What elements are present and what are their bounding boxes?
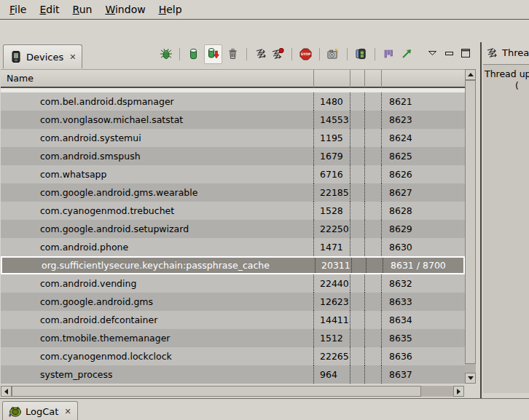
tab-devices-label: Devices [26, 52, 63, 63]
menu-run[interactable]: Run [66, 1, 99, 17]
device-row[interactable]: com.android.defcontainer 14411 8634 [1, 311, 465, 329]
view-menu-icon[interactable] [427, 48, 438, 58]
process-name: com.android.systemui [1, 129, 313, 147]
device-row[interactable]: com.android.phone 1471 8630 [1, 238, 465, 256]
empty-cell [364, 147, 381, 165]
toolbar-separator [375, 48, 375, 60]
ddms-window: File Edit Run Window Help Devices ✕ [0, 0, 529, 420]
update-heap-icon[interactable] [187, 48, 200, 60]
screen-capture-icon[interactable] [327, 48, 340, 60]
device-row[interactable]: com.bel.android.dspmanager 1480 8621 [1, 92, 465, 111]
vertical-scrollbar[interactable] [465, 69, 476, 384]
empty-cell [350, 202, 364, 220]
process-name: com.android.vending [1, 274, 313, 293]
device-row[interactable]: com.cyanogenmod.lockclock 22265 8636 [1, 347, 465, 365]
process-debug-port: 8630 [381, 238, 465, 256]
main-toolbar-empty [0, 20, 529, 41]
process-name: com.vonglasow.michael.satstat [1, 111, 313, 129]
device-row[interactable]: com.cyanogenmod.trebuchet 1528 8628 [1, 202, 465, 220]
device-row[interactable]: com.google.android.setupwizard 22250 862… [1, 220, 465, 238]
capture-device-view-icon[interactable] [355, 48, 367, 60]
close-icon[interactable]: ✕ [63, 407, 71, 416]
table-header: Name [1, 69, 465, 88]
devices-view: Devices ✕ [0, 42, 479, 398]
empty-cell [350, 311, 364, 329]
dump-hprof-button[interactable] [204, 44, 222, 64]
column-header-name[interactable]: Name [7, 73, 34, 84]
empty-cell [364, 329, 381, 347]
empty-cell [364, 311, 381, 329]
process-pid: 1471 [313, 238, 350, 256]
scroll-right-button[interactable] [453, 386, 464, 397]
menu-file[interactable]: File [3, 1, 33, 17]
systrace-icon[interactable] [383, 48, 395, 60]
dump-hprof-icon [207, 47, 219, 59]
column-divider[interactable] [350, 70, 350, 87]
process-debug-port: 8637 [381, 365, 465, 384]
process-debug-port: 8636 [381, 347, 465, 365]
maximize-icon[interactable] [460, 48, 471, 58]
tab-logcat[interactable]: LogCat ✕ [2, 401, 78, 420]
phone-icon [9, 51, 22, 63]
arrow-down-icon [468, 376, 474, 380]
tab-devices[interactable]: Devices ✕ [3, 44, 82, 68]
empty-cell [350, 129, 364, 147]
device-row[interactable]: com.android.smspush 1679 8625 [1, 147, 465, 165]
menu-window[interactable]: Window [98, 1, 152, 17]
debug-process-icon[interactable] [160, 48, 172, 60]
device-row[interactable]: com.tmobile.thememanager 1512 8635 [1, 329, 465, 347]
toolbar-separator [246, 48, 247, 60]
logcat-icon [9, 405, 21, 418]
device-row[interactable]: com.whatsapp 6716 8626 [1, 165, 465, 183]
empty-cell [350, 347, 364, 365]
tab-logcat-label: LogCat [26, 406, 58, 417]
update-threads-icon[interactable] [254, 48, 267, 60]
empty-cell [350, 111, 364, 129]
devices-tabbar: Devices ✕ [0, 42, 479, 68]
process-debug-port: 8626 [381, 165, 465, 183]
column-divider[interactable] [364, 70, 365, 87]
split-sash[interactable] [480, 42, 482, 398]
column-divider[interactable] [313, 70, 314, 87]
close-icon[interactable]: ✕ [68, 52, 76, 62]
stop-process-icon[interactable]: STOP [299, 48, 312, 60]
threads-panel: Thread up ( [483, 64, 529, 393]
scroll-left-button[interactable] [1, 386, 12, 397]
process-debug-port: 8625 [381, 147, 465, 165]
empty-cell [364, 183, 381, 202]
menu-help[interactable]: Help [152, 1, 189, 17]
device-row[interactable]: com.android.vending 22440 8632 [1, 274, 465, 293]
device-row[interactable]: org.sufficientlysecure.keychain:passphra… [1, 256, 465, 274]
process-debug-port: 8621 [381, 92, 465, 111]
scroll-down-button[interactable] [465, 373, 476, 384]
device-row[interactable]: com.google.android.gms.wearable 22185 86… [1, 183, 465, 202]
tab-threads[interactable]: Threa [485, 47, 529, 59]
toolbar-separator [179, 48, 180, 60]
device-row[interactable]: com.vonglasow.michael.satstat 14553 8623 [1, 111, 465, 129]
empty-cell [350, 220, 364, 238]
cause-gc-icon[interactable] [227, 48, 239, 60]
start-method-profiling-icon[interactable] [272, 48, 284, 60]
scroll-up-button[interactable] [465, 69, 476, 80]
device-row[interactable]: system_process 964 8637 [1, 365, 465, 384]
menu-edit[interactable]: Edit [33, 1, 66, 17]
process-debug-port: 8634 [381, 311, 465, 329]
process-debug-port: 8635 [381, 329, 465, 347]
horizontal-scrollbar[interactable] [1, 386, 464, 397]
process-debug-port: 8624 [381, 129, 465, 147]
device-row[interactable]: com.google.android.gms 12623 8633 [1, 293, 465, 311]
start-opengl-trace-icon[interactable] [400, 48, 412, 60]
process-debug-port: 8623 [381, 111, 465, 129]
process-name: com.android.phone [1, 238, 313, 256]
process-name: com.android.defcontainer [1, 311, 313, 329]
process-pid: 1679 [313, 147, 350, 165]
toolbar-separator [347, 48, 348, 60]
horizontal-scroll-thumb[interactable] [12, 386, 421, 397]
vertical-scroll-thumb[interactable] [465, 80, 476, 364]
empty-cell [364, 347, 381, 365]
minimize-icon[interactable] [444, 48, 455, 58]
column-divider[interactable] [381, 70, 382, 87]
device-row[interactable]: com.android.systemui 1195 8624 [1, 129, 465, 147]
process-name: com.google.android.setupwizard [1, 220, 313, 238]
empty-cell [350, 183, 364, 202]
